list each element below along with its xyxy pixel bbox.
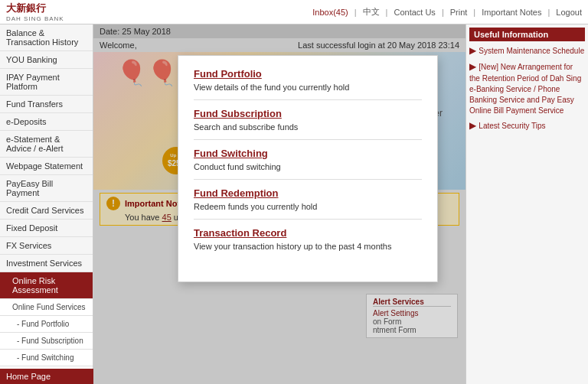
contact-link[interactable]: Contact Us <box>394 8 435 17</box>
content-area: Date: 25 May 2018 Welcome, Last successf… <box>93 24 466 384</box>
popup-fund-portfolio-desc: View details of the fund you currently h… <box>194 83 422 100</box>
sidebar: Balance & Transaction History YOU Bankin… <box>0 24 93 384</box>
sidebar-item-fund-subscription[interactable]: - Fund Subscription <box>0 333 93 350</box>
sidebar-item-fund-transfers[interactable]: Fund Transfers <box>0 96 93 113</box>
popup-fund-redemption-link[interactable]: Fund Redemption <box>194 187 422 199</box>
top-bar: 大新銀行 DAH SING BANK Inbox(45) | 中文 | Cont… <box>0 0 588 24</box>
right-link-security[interactable]: Latest Security Tips <box>479 122 545 130</box>
sidebar-item-webpage[interactable]: Webpage Statement <box>0 158 93 175</box>
sidebar-item-fund-portfolio[interactable]: - Fund Portfolio <box>0 316 93 333</box>
sidebar-item-you-banking[interactable]: YOU Banking <box>0 51 93 69</box>
right-link-maintenance[interactable]: System Maintenance Schedule <box>479 47 584 55</box>
popup-fund-subscription-link[interactable]: Fund Subscription <box>194 108 422 119</box>
popup-transaction-record-link[interactable]: Transaction Record <box>194 227 422 239</box>
sidebar-item-payeasy[interactable]: PayEasy Bill Payment <box>0 175 93 202</box>
popup-fund-subscription-desc: Search and subscribe funds <box>194 122 422 140</box>
logo-icon: 大新銀行 DAH SING BANK <box>6 2 64 22</box>
sidebar-item-fixed-deposit[interactable]: Fixed Deposit <box>0 220 93 237</box>
home-page-button[interactable]: Home Page <box>0 369 93 384</box>
notes-link[interactable]: Important Notes <box>482 8 541 17</box>
popup-fund-switching-link[interactable]: Fund Switching <box>194 148 422 159</box>
logo-main: 大新銀行 <box>6 2 46 15</box>
popup-transaction-record-desc: View your transaction history up to the … <box>194 242 422 259</box>
sidebar-item-fund-switching[interactable]: - Fund Switching <box>0 350 93 366</box>
sidebar-item-estatement[interactable]: e-Statement & Advice / e-Alert <box>0 131 93 158</box>
top-links: Inbox(45) | 中文 | Contact Us | Print | Im… <box>312 6 582 18</box>
right-item-maintenance: ▶ System Maintenance Schedule <box>469 44 585 57</box>
useful-info-header: Useful Information <box>469 28 585 41</box>
lang-link[interactable]: 中文 <box>363 6 380 18</box>
inbox-link[interactable]: Inbox(45) <box>312 8 348 17</box>
logout-link[interactable]: Logout <box>556 8 582 17</box>
popup-fund-portfolio-link[interactable]: Fund Portfolio <box>194 68 422 80</box>
main-layout: Balance & Transaction History YOU Bankin… <box>0 24 588 384</box>
sidebar-item-edeposits[interactable]: e-Deposits <box>0 113 93 131</box>
popup-fund-redemption-desc: Redeem funds you currently hold <box>194 202 422 220</box>
print-link[interactable]: Print <box>450 8 468 17</box>
right-item-new-arrangement: ▶ [New] New Arrangement for the Retentio… <box>469 60 585 116</box>
popup-fund-switching-desc: Conduct fund switching <box>194 162 422 180</box>
right-link-new-arrangement[interactable]: [New] New Arrangement for the Retention … <box>469 63 581 115</box>
fund-services-popup: Fund Portfolio View details of the fund … <box>178 55 438 282</box>
sidebar-item-online-fund-services[interactable]: Online Fund Services <box>0 299 93 316</box>
sidebar-item-ipay[interactable]: IPAY Payment Platform <box>0 69 93 96</box>
sidebar-item-investment[interactable]: Investment Services <box>0 255 93 272</box>
logo-area: 大新銀行 DAH SING BANK <box>6 2 64 22</box>
sidebar-item-credit-card[interactable]: Credit Card Services <box>0 202 93 220</box>
logo-sub: DAH SING BANK <box>6 15 64 22</box>
sidebar-item-fx[interactable]: FX Services <box>0 237 93 255</box>
right-panel: Useful Information ▶ System Maintenance … <box>466 24 588 384</box>
right-item-security: ▶ Latest Security Tips <box>469 119 585 132</box>
sidebar-item-online-risk[interactable]: Online Risk Assessment <box>0 272 93 299</box>
sidebar-item-balance[interactable]: Balance & Transaction History <box>0 24 93 51</box>
